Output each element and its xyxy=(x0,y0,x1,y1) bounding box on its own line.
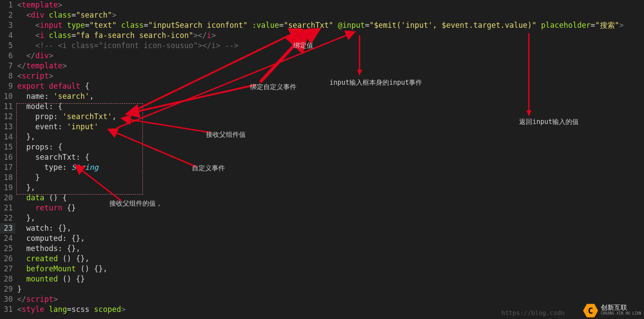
code-line: model: { xyxy=(17,101,644,112)
line-number: 5 xyxy=(0,41,15,51)
line-number: 8 xyxy=(0,71,15,81)
line-number-gutter: 1234567891011121314151617181920212223242… xyxy=(0,0,15,319)
code-line: methods: {}, xyxy=(17,244,644,254)
line-number: 27 xyxy=(0,264,15,274)
annotation-label: 接收父组件的值， xyxy=(109,199,162,209)
line-number: 29 xyxy=(0,284,15,294)
annotation-label: 绑定值 xyxy=(293,41,313,51)
line-number: 24 xyxy=(0,233,15,244)
code-line: computed: {}, xyxy=(17,233,644,244)
line-number: 30 xyxy=(0,294,15,304)
line-number: 14 xyxy=(0,132,15,142)
code-line: </template> xyxy=(17,61,644,71)
watermark-text: https://blog.csdn xyxy=(502,308,565,318)
code-line: <div class="search"> xyxy=(17,10,644,20)
line-number: 20 xyxy=(0,193,15,203)
annotation-label: 自定义事件 xyxy=(192,163,225,173)
code-editor: 1234567891011121314151617181920212223242… xyxy=(0,0,644,319)
line-number: 1 xyxy=(0,0,15,10)
line-number: 7 xyxy=(0,61,15,71)
code-line: name: 'search', xyxy=(17,91,644,101)
line-number: 21 xyxy=(0,203,15,213)
line-number: 15 xyxy=(0,142,15,152)
code-line: } xyxy=(17,284,644,294)
annotation-label: 返回input输入的值 xyxy=(519,117,579,127)
annotation-label: 接收父组件值 xyxy=(206,130,246,140)
code-line: }, xyxy=(17,132,644,142)
code-line: props: { xyxy=(17,142,644,152)
code-area[interactable]: <template> <div class="search"> <input t… xyxy=(15,0,644,319)
line-number: 16 xyxy=(0,152,15,162)
code-line: } xyxy=(17,173,644,183)
code-line: <i class="fa fa-search search-icon"></i> xyxy=(17,30,644,41)
line-number: 4 xyxy=(0,30,15,41)
line-number: 9 xyxy=(0,81,15,91)
annotation-label: input输入框本身的input事件 xyxy=(329,78,422,88)
line-number: 28 xyxy=(0,274,15,284)
line-number: 13 xyxy=(0,122,15,132)
code-line: searchTxt: { xyxy=(17,152,644,162)
code-line: watch: {}, xyxy=(17,223,644,233)
code-line: beforeMount () {}, xyxy=(17,264,644,274)
line-number: 23 xyxy=(0,223,15,233)
code-line: created () {}, xyxy=(17,254,644,264)
line-number: 19 xyxy=(0,183,15,193)
logo-name: 创新互联 xyxy=(601,304,641,311)
code-line: <input type="text" class="inputSearch ic… xyxy=(17,20,644,30)
line-number: 11 xyxy=(0,101,15,112)
line-number: 17 xyxy=(0,162,15,173)
code-line: }, xyxy=(17,213,644,223)
line-number: 22 xyxy=(0,213,15,223)
code-line: mounted () {} xyxy=(17,274,644,284)
brand-logo: C 创新互联 CHUANG XIN HU LIAN xyxy=(583,303,641,318)
annotation-label: 绑定自定义事件 xyxy=(250,82,296,92)
line-number: 25 xyxy=(0,244,15,254)
line-number: 3 xyxy=(0,20,15,30)
line-number: 12 xyxy=(0,112,15,122)
line-number: 31 xyxy=(0,304,15,315)
logo-subtitle: CHUANG XIN HU LIAN xyxy=(601,311,641,317)
code-line: <!-- <i class="iconfont icon-sousuo"></i… xyxy=(17,41,644,51)
line-number: 10 xyxy=(0,91,15,101)
code-line: type: String xyxy=(17,162,644,173)
line-number: 26 xyxy=(0,254,15,264)
code-line: }, xyxy=(17,183,644,193)
line-number: 2 xyxy=(0,10,15,20)
line-number: 18 xyxy=(0,173,15,183)
code-line: <template> xyxy=(17,0,644,10)
code-line: </div> xyxy=(17,51,644,61)
line-number: 6 xyxy=(0,51,15,61)
logo-hex-icon: C xyxy=(583,303,598,318)
code-line: </script> xyxy=(17,294,644,304)
